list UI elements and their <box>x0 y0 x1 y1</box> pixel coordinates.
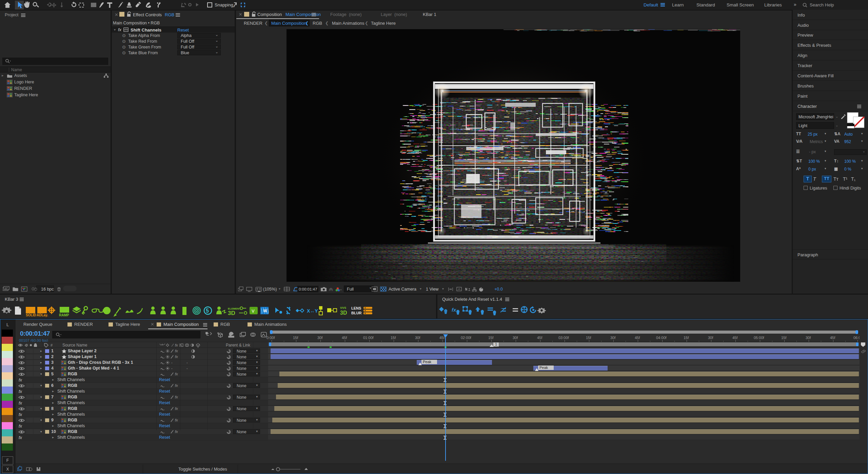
svg-text:LENS: LENS <box>351 306 361 310</box>
svg-text:16 bpc: 16 bpc <box>41 287 54 292</box>
svg-text:Snapping: Snapping <box>215 2 233 7</box>
svg-text:BLUR: BLUR <box>351 311 362 315</box>
svg-text:3D: 3D <box>340 310 347 316</box>
svg-text:X↔Y: X↔Y <box>307 308 318 314</box>
svg-text:SOLID: SOLID <box>26 313 36 317</box>
svg-text:V: V <box>252 309 255 314</box>
svg-text:VVS: VVS <box>340 306 346 310</box>
svg-text:RAMP: RAMP <box>59 313 69 317</box>
svg-text:ADLay.: ADLay. <box>37 313 48 317</box>
svg-text:fx: fx <box>452 307 456 313</box>
svg-text:fx: fx <box>175 343 178 347</box>
svg-text:5: 5 <box>206 308 209 314</box>
svg-text:3D: 3D <box>228 310 235 316</box>
svg-text:W: W <box>263 309 267 313</box>
svg-text:#: # <box>51 343 53 347</box>
svg-text:Source Name: Source Name <box>62 343 87 348</box>
svg-text:Parent & Link: Parent & Link <box>226 343 251 348</box>
